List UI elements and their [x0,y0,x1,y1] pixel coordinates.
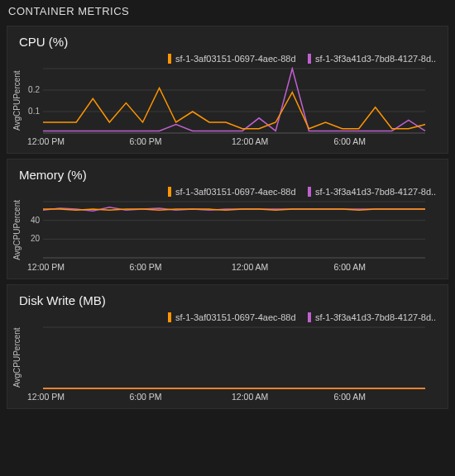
legend-swatch-b [308,312,311,322]
memory-x-axis: 12:00 PM 6:00 PM 12:00 AM 6:00 AM [27,262,436,272]
legend-swatch-a [168,54,171,64]
svg-text:20: 20 [31,234,41,243]
xtick: 12:00 PM [27,392,130,402]
disk-y-label: AvgCPUPercent [11,326,23,390]
disk-plot-area[interactable] [23,326,436,390]
xtick: 12:00 AM [232,136,334,146]
memory-chart-title: Memory (%) [7,159,448,187]
legend-item-a[interactable]: sf-1-3af03151-0697-4aec-88d... [168,187,296,197]
xtick: 6:00 AM [334,262,437,272]
cpu-y-label: AvgCPUPercent [11,67,23,135]
xtick: 6:00 PM [130,392,232,402]
legend-swatch-a [168,187,171,197]
xtick: 12:00 AM [232,392,334,402]
legend-swatch-b [308,54,311,64]
disk-svg [23,326,429,390]
legend-item-b[interactable]: sf-1-3f3a41d3-7bd8-4127-8d... [308,187,436,197]
container-metrics-panel: CONTAINER METRICS CPU (%) sf-1-3af03151-… [0,0,455,476]
legend-label-b: sf-1-3f3a41d3-7bd8-4127-8d... [315,312,436,322]
disk-chart-card: Disk Write (MB) sf-1-3af03151-0697-4aec-… [7,284,448,409]
memory-y-label: AvgCPUPercent [11,200,23,260]
disk-legend: sf-1-3af03151-0697-4aec-88d... sf-1-3f3a… [7,312,448,326]
cpu-chart-title: CPU (%) [7,26,448,54]
xtick: 6:00 AM [334,136,437,146]
xtick: 12:00 AM [232,262,334,272]
cpu-plot-area[interactable]: 0.10.2 [23,67,436,135]
legend-label-a: sf-1-3af03151-0697-4aec-88d... [175,312,296,322]
memory-chart-card: Memory (%) sf-1-3af03151-0697-4aec-88d..… [7,159,448,279]
legend-label-a: sf-1-3af03151-0697-4aec-88d... [175,187,296,197]
xtick: 6:00 PM [130,136,232,146]
cpu-legend: sf-1-3af03151-0697-4aec-88d... sf-1-3f3a… [7,54,448,67]
memory-legend: sf-1-3af03151-0697-4aec-88d... sf-1-3f3a… [7,187,448,200]
legend-item-a[interactable]: sf-1-3af03151-0697-4aec-88d... [168,312,296,322]
xtick: 12:00 PM [27,136,130,146]
panel-title: CONTAINER METRICS [0,0,455,21]
svg-text:0.1: 0.1 [28,107,40,116]
memory-plot-area[interactable]: 2040 [23,200,436,260]
memory-svg: 2040 [23,200,429,259]
cpu-chart-card: CPU (%) sf-1-3af03151-0697-4aec-88d... s… [7,26,448,154]
cpu-x-axis: 12:00 PM 6:00 PM 12:00 AM 6:00 AM [27,136,436,146]
legend-swatch-a [168,312,171,322]
xtick: 6:00 AM [334,392,437,402]
xtick: 6:00 PM [130,262,232,272]
disk-chart-title: Disk Write (MB) [7,285,448,312]
legend-label-b: sf-1-3f3a41d3-7bd8-4127-8d... [315,187,436,197]
svg-text:40: 40 [31,216,41,225]
legend-label-a: sf-1-3af03151-0697-4aec-88d... [175,54,296,64]
legend-item-b[interactable]: sf-1-3f3a41d3-7bd8-4127-8d... [308,312,436,322]
xtick: 12:00 PM [27,262,130,272]
disk-x-axis: 12:00 PM 6:00 PM 12:00 AM 6:00 AM [27,392,436,402]
legend-item-a[interactable]: sf-1-3af03151-0697-4aec-88d... [168,54,296,64]
legend-item-b[interactable]: sf-1-3f3a41d3-7bd8-4127-8d... [308,54,436,64]
svg-text:0.2: 0.2 [28,85,40,94]
cpu-svg: 0.10.2 [23,67,429,135]
legend-swatch-b [308,187,311,197]
legend-label-b: sf-1-3f3a41d3-7bd8-4127-8d... [315,54,436,64]
